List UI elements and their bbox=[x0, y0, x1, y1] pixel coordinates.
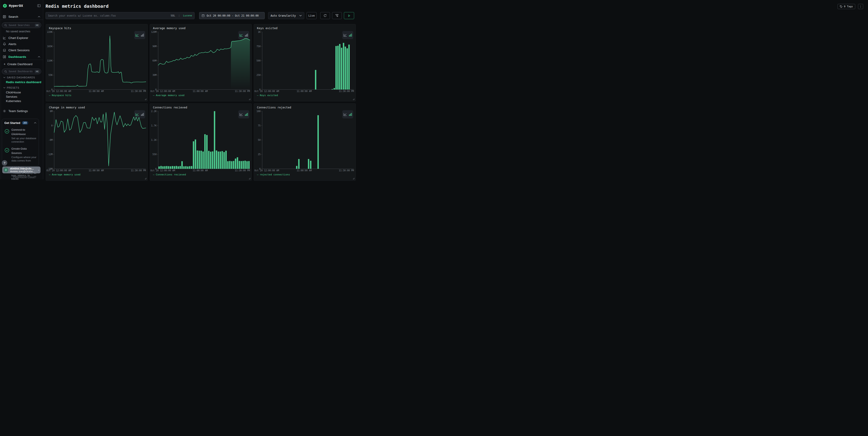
svg-text:Oct 20 12:00:00 AM: Oct 20 12:00:00 AM bbox=[46, 169, 71, 172]
svg-text:11:30:00 PM: 11:30:00 PM bbox=[131, 169, 146, 172]
svg-text:11:00:00 AM: 11:00:00 AM bbox=[89, 90, 103, 92]
date-range-picker[interactable]: Oct 20 00:00:00 - Oct 21 00:00:00 bbox=[199, 12, 265, 19]
plus-icon: + bbox=[4, 62, 5, 66]
chart-legend: —Average memory used bbox=[153, 94, 184, 97]
resize-handle[interactable] bbox=[248, 98, 250, 100]
chart-explorer-icon bbox=[3, 36, 6, 40]
svg-text:2.2K: 2.2K bbox=[151, 110, 157, 113]
sidebar-item-clickhouse[interactable]: ClickHouse bbox=[6, 91, 21, 94]
page-title: Redis metrics dashboard bbox=[45, 3, 108, 9]
brand-title: HyperDX bbox=[9, 4, 35, 7]
chart-plot: 2.2K1.7K1.1K5500Oct 20 12:00:00 AM11:00:… bbox=[150, 104, 252, 179]
sidebar-item-search[interactable]: Search bbox=[0, 14, 43, 20]
sidebar-item-kubernetes[interactable]: Kubernetes bbox=[6, 99, 21, 103]
refresh-button[interactable] bbox=[320, 12, 330, 19]
no-saved-searches-note: No saved searches bbox=[6, 30, 30, 33]
svg-text:Oct 20 12:00:00 AM: Oct 20 12:00:00 AM bbox=[150, 169, 175, 172]
chart-panel-2: Average memory used 120M90M60M30M0Oct 20… bbox=[150, 24, 252, 101]
svg-text:Oct 20 12:00:00 AM: Oct 20 12:00:00 AM bbox=[254, 90, 279, 92]
lucene-toggle[interactable]: Lucene bbox=[183, 14, 192, 17]
svg-text:Oct 20 12:00:00 AM: Oct 20 12:00:00 AM bbox=[46, 90, 71, 92]
help-button[interactable]: ? bbox=[2, 160, 7, 166]
chart-plot: 6M0-6M-12M-18MOct 20 12:00:00 AM11:00:00… bbox=[46, 104, 148, 179]
chevron-up-icon bbox=[38, 56, 40, 58]
svg-text:11:30:00 PM: 11:30:00 PM bbox=[235, 90, 250, 92]
resize-handle[interactable] bbox=[144, 98, 146, 100]
shortcut-badge: ⌘K bbox=[35, 70, 40, 73]
get-started-step-1[interactable]: Connect to ClickHouse Set up your databa… bbox=[4, 127, 36, 144]
sidebar-item-alerts[interactable]: Alerts bbox=[0, 42, 43, 46]
sql-toggle[interactable]: SQL bbox=[171, 14, 175, 17]
cloud-promo-line2: ClickHouse Cloud? bbox=[13, 176, 36, 179]
run-query-button[interactable] bbox=[344, 12, 354, 19]
saved-dashboards-input[interactable]: Saved Dashboards ⌘K bbox=[2, 68, 41, 74]
granularity-select[interactable]: Auto Granularity bbox=[268, 12, 304, 19]
check-circle-icon bbox=[4, 127, 9, 144]
resize-handle[interactable] bbox=[248, 177, 250, 179]
svg-text:11:30:00 PM: 11:30:00 PM bbox=[339, 90, 354, 92]
filter-icon bbox=[335, 14, 339, 17]
filter-button[interactable] bbox=[332, 12, 342, 19]
svg-text:120M: 120M bbox=[151, 31, 157, 33]
resize-handle[interactable] bbox=[352, 98, 354, 100]
svg-text:110K: 110K bbox=[47, 59, 53, 62]
chart-plot: 220K165K110K55K0Oct 20 12:00:00 AM11:00:… bbox=[46, 24, 148, 101]
svg-text:220K: 220K bbox=[47, 31, 53, 33]
chevron-down-icon bbox=[3, 77, 5, 78]
svg-text:11:00:00 AM: 11:00:00 AM bbox=[192, 90, 208, 92]
sidebar-item-dashboards[interactable]: Dashboards bbox=[0, 54, 43, 60]
bell-icon bbox=[3, 42, 6, 46]
svg-text:6M: 6M bbox=[50, 110, 53, 113]
chart-plot: 120M90M60M30M0Oct 20 12:00:00 AM11:00:00… bbox=[150, 24, 252, 101]
svg-text:50: 50 bbox=[258, 139, 260, 141]
refresh-icon bbox=[323, 14, 327, 17]
search-icon bbox=[4, 70, 7, 73]
chart-panel-4: Change in memory used 6M0-6M-12M-18MOct … bbox=[46, 104, 148, 179]
chart-legend: —Average memory used bbox=[49, 173, 80, 176]
live-button[interactable]: Live bbox=[307, 12, 316, 19]
user-name: dominic.tran@clic... bbox=[10, 167, 37, 170]
chart-legend: —Keys evicted bbox=[257, 94, 278, 97]
svg-text:Oct 20 12:00:00 AM: Oct 20 12:00:00 AM bbox=[254, 169, 279, 172]
chart-plot: 1007550250Oct 20 12:00:00 AM11:00:00 AM1… bbox=[254, 104, 356, 179]
hyperdx-logo-icon bbox=[3, 4, 7, 8]
chevron-up-icon bbox=[38, 16, 40, 18]
saved-searches-input[interactable]: Saved Searches ⌘K bbox=[2, 22, 41, 28]
laptop-icon bbox=[3, 49, 6, 52]
sidebar-item-team-settings[interactable]: Team Settings bbox=[0, 109, 43, 113]
chevron-down-icon bbox=[299, 15, 302, 17]
avatar: D bbox=[3, 168, 8, 172]
event-search-input[interactable]: Search your events w/ Lucene ex. column:… bbox=[45, 12, 194, 19]
chart-legend: —Keyspace hits bbox=[49, 94, 71, 97]
user-menu[interactable]: D dominic.tran@clic... dominic.tran@clic… bbox=[2, 167, 40, 173]
svg-text:25: 25 bbox=[258, 153, 260, 155]
play-icon bbox=[347, 14, 351, 17]
date-range-value: Oct 20 00:00:00 - Oct 21 00:00:00 bbox=[207, 14, 258, 17]
svg-text:90M: 90M bbox=[153, 45, 157, 48]
sidebar-item-services[interactable]: Services bbox=[6, 95, 17, 98]
svg-text:11:30:00 PM: 11:30:00 PM bbox=[235, 169, 250, 172]
chart-panel-3: Keys evicted 1K7505002500Oct 20 12:00:00… bbox=[254, 24, 356, 101]
chevron-up-icon[interactable] bbox=[34, 122, 36, 124]
svg-text:100: 100 bbox=[256, 110, 260, 113]
sidebar-item-chart-explorer[interactable]: Chart Explorer bbox=[0, 35, 43, 40]
collapse-sidebar-icon[interactable] bbox=[37, 4, 41, 7]
svg-text:11:30:00 PM: 11:30:00 PM bbox=[339, 169, 354, 172]
saved-dashboards-header[interactable]: SAVED DASHBOARDS bbox=[3, 76, 35, 79]
svg-text:500: 500 bbox=[256, 59, 260, 62]
chart-plot: 1K7505002500Oct 20 12:00:00 AM11:00:00 A… bbox=[254, 24, 356, 101]
svg-text:750: 750 bbox=[256, 45, 260, 48]
sidebar-item-redis-dashboard[interactable]: Redis metrics dashboard bbox=[6, 80, 41, 84]
svg-text:1.1K: 1.1K bbox=[151, 139, 157, 141]
get-started-card: Get Started 2/3 Connect to ClickHouse Se… bbox=[2, 119, 39, 166]
chart-panel-5: Connections recieved 2.2K1.7K1.1K5500Oct… bbox=[150, 104, 252, 179]
create-dashboard-button[interactable]: + Create Dashboard bbox=[0, 62, 43, 66]
svg-text:11:30:00 PM: 11:30:00 PM bbox=[131, 90, 146, 92]
presets-header[interactable]: PRESETS bbox=[3, 86, 19, 89]
resize-handle[interactable] bbox=[144, 177, 146, 179]
resize-handle[interactable] bbox=[352, 177, 354, 179]
get-started-step-2[interactable]: Create Data Sources Configure where your… bbox=[4, 146, 36, 163]
sidebar-item-client-sessions[interactable]: Client Sessions bbox=[0, 48, 43, 52]
chart-panel-6: Connections rejected 1007550250Oct 20 12… bbox=[254, 104, 356, 179]
search-placeholder: Search your events w/ Lucene ex. column:… bbox=[48, 14, 169, 17]
